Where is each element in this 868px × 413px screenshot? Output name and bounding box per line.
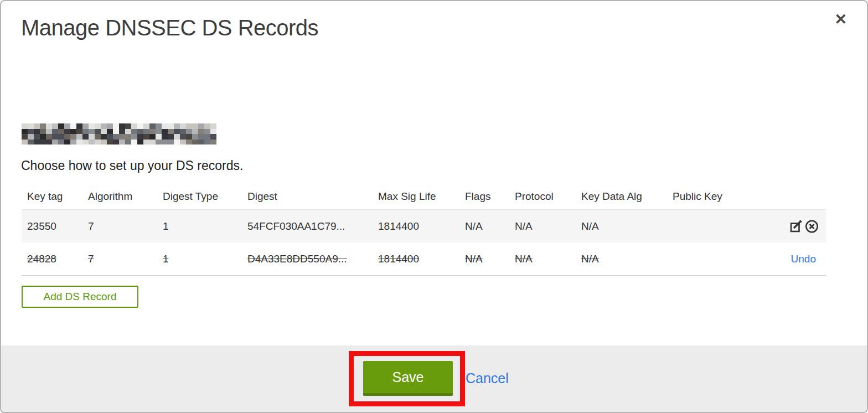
- undo-link[interactable]: Undo: [791, 253, 816, 265]
- row-actions: [765, 219, 826, 234]
- table-row-deleted: 24828 7 1 D4A33E8DD550A9... 1814400 N/A …: [22, 242, 826, 276]
- table-header-row: Key tag Algorithm Digest Type Digest Max…: [22, 184, 826, 209]
- column-header-key-tag: Key tag: [22, 190, 88, 203]
- save-button[interactable]: Save: [363, 361, 453, 396]
- cell-key-data-alg: N/A: [581, 253, 673, 265]
- manage-dnssec-modal: Manage DNSSEC DS Records ✕ Choose how to…: [0, 0, 868, 413]
- table-row: 23550 7 1 54FCF030AA1C79... 1814400 N/A …: [22, 209, 826, 242]
- ds-records-table: Key tag Algorithm Digest Type Digest Max…: [22, 184, 826, 276]
- row-actions: Undo: [765, 253, 826, 265]
- cell-key-tag: 24828: [22, 253, 88, 265]
- add-ds-record-button[interactable]: Add DS Record: [22, 286, 138, 308]
- column-header-max-sig-life: Max Sig Life: [378, 190, 465, 203]
- cell-digest: 54FCF030AA1C79...: [247, 220, 378, 233]
- cancel-link[interactable]: Cancel: [466, 370, 509, 386]
- delete-record-icon[interactable]: [804, 219, 819, 234]
- column-header-flags: Flags: [465, 190, 515, 203]
- column-header-protocol: Protocol: [515, 190, 581, 203]
- cell-max-sig-life: 1814400: [378, 253, 465, 265]
- cell-digest-type: 1: [163, 253, 247, 265]
- cell-protocol: N/A: [515, 253, 581, 265]
- cell-algorithm: 7: [88, 253, 163, 265]
- cell-digest-type: 1: [163, 220, 247, 233]
- cell-algorithm: 7: [88, 220, 163, 233]
- column-header-key-data-alg: Key Data Alg: [581, 190, 673, 203]
- cell-flags: N/A: [465, 253, 515, 265]
- cell-flags: N/A: [465, 220, 515, 233]
- redacted-domain-name: [22, 123, 216, 144]
- cell-digest: D4A33E8DD550A9...: [247, 253, 378, 265]
- cell-key-tag: 23550: [22, 220, 88, 233]
- edit-record-icon[interactable]: [789, 219, 804, 234]
- page-title: Manage DNSSEC DS Records: [21, 16, 318, 40]
- close-icon[interactable]: ✕: [834, 12, 847, 27]
- intro-text: Choose how to set up your DS records.: [21, 158, 243, 173]
- column-header-digest-type: Digest Type: [163, 190, 247, 203]
- column-header-public-key: Public Key: [673, 190, 765, 203]
- cell-key-data-alg: N/A: [581, 220, 673, 233]
- cell-max-sig-life: 1814400: [378, 220, 465, 233]
- cell-protocol: N/A: [515, 220, 581, 233]
- column-header-algorithm: Algorithm: [88, 190, 163, 203]
- column-header-digest: Digest: [247, 190, 378, 203]
